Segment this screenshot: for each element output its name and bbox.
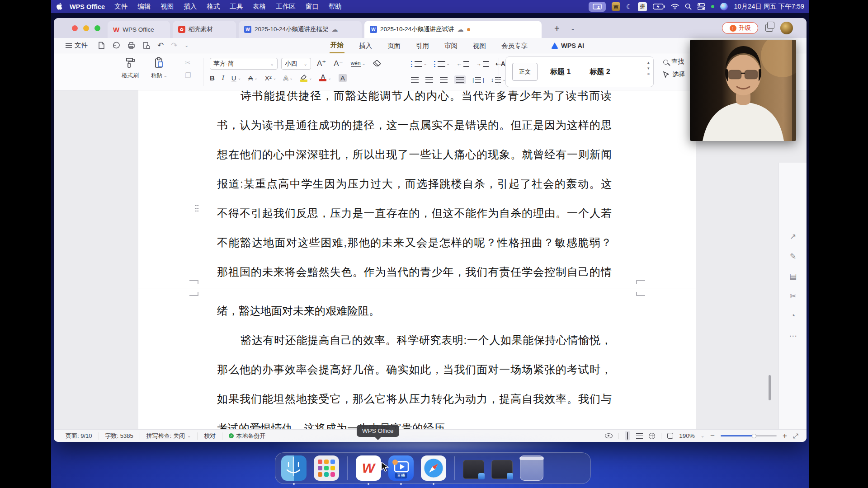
ribbon-tab-引用[interactable]: 引用	[415, 38, 430, 53]
bold-button[interactable]: B	[210, 74, 215, 82]
menubar-item-文件[interactable]: 文件	[114, 3, 127, 10]
menubar-item-帮助[interactable]: 帮助	[329, 3, 342, 10]
menubar-item-编辑[interactable]: 编辑	[137, 3, 151, 10]
menubar-item-插入[interactable]: 插入	[184, 3, 197, 10]
style-body-text[interactable]: 正文	[512, 63, 538, 81]
undo-icon[interactable]: ↶	[157, 41, 164, 50]
fit-page-button[interactable]	[667, 433, 673, 439]
zoom-window-button[interactable]	[94, 25, 100, 31]
document-line[interactable]: 想在他们的心中深深驻扎，所以出现了一些让人痛心的现象。就曾经有一则新闻	[217, 147, 612, 163]
tab-wps-home[interactable]: W WPS Office	[108, 21, 170, 38]
zoom-slider[interactable]	[721, 435, 777, 436]
font-name-select[interactable]: 苹方-简⌄	[210, 58, 278, 70]
wps-menubar-icon[interactable]: W	[612, 2, 620, 11]
align-right-button[interactable]	[440, 77, 448, 83]
document-line[interactable]: 那么他的办事效率会提高好几倍。确实如此，当我们面对一场场紧张的考试时，	[217, 362, 612, 378]
document-line[interactable]: 绪，豁达地面对未来的艰难险阻。	[217, 304, 612, 319]
save-icon[interactable]	[113, 42, 120, 49]
italic-button[interactable]: I	[222, 74, 224, 82]
zoom-in-button[interactable]: +	[783, 432, 787, 441]
new-document-icon[interactable]	[98, 42, 105, 49]
history-clock-icon[interactable]: ◔	[787, 310, 799, 322]
ribbon-tab-视图[interactable]: 视图	[472, 38, 487, 53]
menubar-item-视图[interactable]: 视图	[160, 3, 174, 10]
zoom-dropdown[interactable]: ⌄	[701, 433, 704, 438]
menubar-item-格式[interactable]: 格式	[207, 3, 220, 10]
menubar-item-表格[interactable]: 表格	[253, 3, 266, 10]
tab-document-active[interactable]: W 2025-10-24小鹅通讲座试讲 ☁	[364, 21, 542, 38]
print-preview-icon[interactable]	[142, 42, 150, 49]
style-heading-1[interactable]: 标题 1	[544, 63, 577, 81]
highlight-color-button[interactable]: ⌄	[300, 75, 312, 82]
eye-protect-icon[interactable]	[605, 433, 613, 438]
menubar-clock[interactable]: 10月24日 周五 下午7:59	[734, 2, 804, 11]
ribbon-tab-页面[interactable]: 页面	[387, 38, 401, 53]
find-button[interactable]: 查找	[663, 58, 685, 66]
control-center-icon[interactable]	[698, 3, 705, 10]
document-line[interactable]: 豁达有时还能提高自己的效率。科学研究表明:一个人如果能保持心情愉悦，	[217, 333, 612, 348]
print-icon[interactable]	[127, 42, 135, 49]
character-shading-button[interactable]: A	[339, 74, 347, 82]
page-indicator[interactable]: 页面: 9/10	[59, 432, 99, 440]
document-line[interactable]: 书，认为读书是通往成功的捷径，这一点属实不是错误的。但正是因为这样的思	[217, 118, 612, 133]
dock-minimized-window-1[interactable]	[463, 460, 484, 479]
dock-safari[interactable]	[421, 455, 446, 481]
wifi-icon[interactable]	[671, 4, 679, 9]
tab-document-outline[interactable]: W 2025-10-24小鹅通讲座框架 ☁	[239, 21, 362, 38]
tab-list-dropdown[interactable]: ⌄	[571, 25, 575, 32]
word-count[interactable]: 字数: 5385	[99, 432, 140, 440]
paragraph-drag-handle[interactable]	[195, 204, 199, 212]
upgrade-button[interactable]: ↑ 升级	[722, 22, 758, 34]
web-view-button[interactable]	[649, 433, 655, 439]
ribbon-tab-插入[interactable]: 插入	[358, 38, 373, 53]
ribbon-tab-开始[interactable]: 开始	[330, 38, 344, 53]
format-painter-button[interactable]: 格式刷	[117, 57, 143, 80]
menubar-item-工作区[interactable]: 工作区	[276, 3, 296, 10]
distribute-button[interactable]: ||	[472, 76, 484, 83]
document-line[interactable]: 不能豁达地面对这些困难,那他的未来又会是怎样的呢？性格扭曲？敏感脆弱？	[217, 235, 612, 251]
user-avatar[interactable]	[780, 22, 793, 34]
document-canvas[interactable]: 诗书能提供捷径，而豁达能调节人的内心。当代许多青少年为了读书而读书，认为读书是通…	[54, 90, 807, 429]
align-center-button[interactable]	[425, 77, 433, 83]
decrease-indent-button[interactable]: ←	[457, 61, 469, 67]
decrease-font-button[interactable]: A⁻	[334, 59, 343, 68]
select-button[interactable]: 选择	[663, 70, 685, 79]
share-icon[interactable]: ↗	[787, 230, 799, 242]
document-line[interactable]: 不得不引起我们反思，压力是一直存在的，但这不能作为自杀的理由。一个人若	[217, 206, 612, 221]
dock-wps-office[interactable]: W	[356, 455, 381, 481]
zoom-out-button[interactable]: −	[710, 432, 715, 441]
strikethrough-button[interactable]: A⌄	[248, 74, 258, 82]
copy-icon[interactable]: ❐	[185, 71, 191, 80]
cut-icon[interactable]: ✂	[185, 59, 191, 67]
edit-pen-icon[interactable]: ✎	[787, 250, 799, 262]
apple-menu-icon[interactable]	[57, 3, 63, 10]
underline-button[interactable]: U⌄	[231, 74, 241, 82]
wps-ai-tab[interactable]: WPS AI	[551, 38, 584, 53]
font-color-button[interactable]: A⌄	[319, 75, 331, 81]
minimize-window-button[interactable]	[83, 25, 89, 31]
more-ellipsis-icon[interactable]: ⋯	[787, 330, 799, 342]
page-view-button[interactable]	[625, 431, 630, 441]
style-heading-2[interactable]: 标题 2	[583, 63, 616, 81]
battery-icon[interactable]	[653, 4, 665, 9]
justify-button[interactable]	[454, 75, 466, 84]
dock-minimized-window-2[interactable]	[491, 460, 513, 479]
bullet-list-button[interactable]: ⌄	[411, 61, 427, 67]
proofread-button[interactable]: 校对	[198, 432, 222, 440]
restore-layout-icon[interactable]	[765, 24, 773, 32]
file-menu-button[interactable]: 文件	[66, 41, 88, 50]
align-left-button[interactable]	[411, 77, 419, 83]
menubar-item-窗口[interactable]: 窗口	[306, 3, 319, 10]
close-window-button[interactable]	[72, 25, 78, 31]
zoom-level[interactable]: 190%	[679, 432, 695, 439]
document-line[interactable]: 那祖国的未来将会黯然失色。作为当代的青少年，我们有责任学会控制自己的情	[217, 265, 612, 280]
paste-button[interactable]: 粘贴 ⌄	[146, 57, 172, 80]
document-line[interactable]: 诗书能提供捷径，而豁达能调节人的内心。当代许多青少年为了读书而读	[217, 90, 612, 104]
tab-docer[interactable]: ✿ 稻壳素材	[173, 21, 236, 38]
screen-sharing-icon[interactable]	[589, 2, 606, 12]
new-tab-button[interactable]: +	[554, 23, 560, 34]
increase-indent-button[interactable]: →	[476, 61, 489, 67]
quick-access-dropdown[interactable]: ⌄	[185, 43, 189, 48]
document-page[interactable]	[138, 90, 696, 429]
dock-finder[interactable]	[281, 455, 307, 481]
